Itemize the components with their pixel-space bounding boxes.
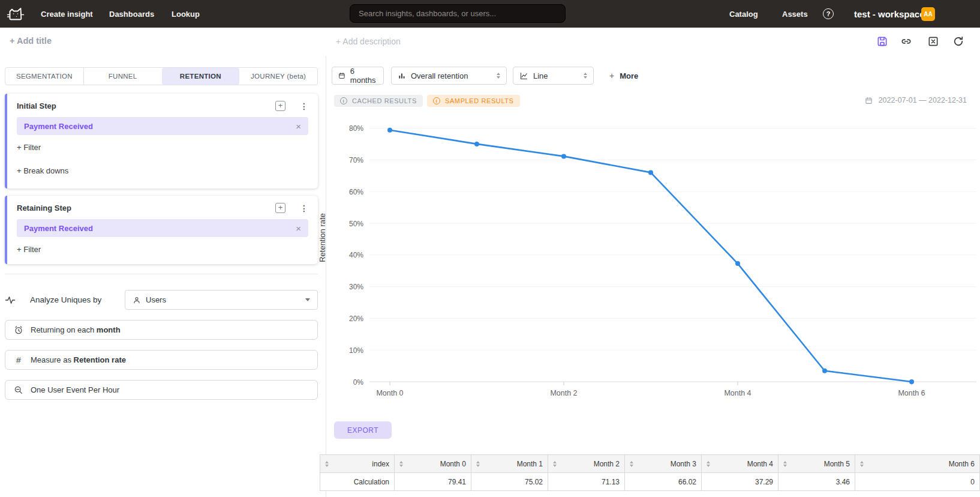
returning-interval-button[interactable]: Returning on each month: [5, 320, 318, 340]
nav-lookup[interactable]: Lookup: [172, 0, 200, 28]
svg-text:20%: 20%: [349, 315, 363, 323]
initial-step-title: Initial Step: [17, 101, 56, 110]
svg-text:0%: 0%: [353, 378, 364, 387]
table-header-row: index Month 0 Month 1 Month 2 Month 3 Mo…: [320, 455, 980, 473]
sort-icon: [476, 461, 480, 467]
cell-month-3: 66.02: [625, 473, 702, 491]
export-button[interactable]: EXPORT: [334, 421, 392, 439]
svg-text:40%: 40%: [349, 251, 363, 259]
col-month-1[interactable]: Month 1: [471, 455, 548, 473]
link-icon[interactable]: [900, 35, 912, 47]
pulse-icon: [5, 295, 16, 306]
measure-as-button[interactable]: # Measure as Retention rate: [5, 350, 318, 370]
svg-text:Month 0: Month 0: [376, 389, 403, 397]
date-range-indicator: 2022-07-01 — 2022-12-31: [865, 96, 967, 104]
cell-month-0: 79.41: [395, 473, 471, 491]
col-month-3[interactable]: Month 3: [625, 455, 702, 473]
col-month-2[interactable]: Month 2: [548, 455, 625, 473]
cell-month-6: 0: [855, 473, 980, 491]
help-icon[interactable]: ?: [823, 8, 834, 19]
info-icon: i: [433, 97, 440, 104]
nav-create-insight[interactable]: Create insight: [41, 0, 93, 28]
tab-segmentation[interactable]: SEGMENTATION: [5, 68, 83, 85]
cell-month-1: 75.02: [471, 473, 548, 491]
col-index[interactable]: index: [320, 455, 395, 473]
initial-step-event[interactable]: Payment Received ×: [17, 117, 308, 135]
tab-journey[interactable]: JOURNEY (beta): [239, 68, 317, 85]
add-filter-button[interactable]: + Filter: [17, 245, 308, 254]
svg-text:30%: 30%: [349, 283, 363, 291]
add-filter-button[interactable]: + Filter: [17, 143, 308, 152]
hash-icon: #: [14, 355, 23, 365]
col-month-5[interactable]: Month 5: [778, 455, 855, 473]
y-axis-label: Retention rate: [318, 213, 327, 262]
add-breakdowns-button[interactable]: + Break downs: [17, 166, 308, 175]
add-title-placeholder[interactable]: + Add title: [10, 36, 52, 46]
sort-icon: [630, 461, 633, 467]
navbar: Create insight Dashboards Lookup Catalog…: [0, 0, 980, 28]
divider: [5, 274, 318, 274]
clear-icon[interactable]: [927, 35, 939, 47]
one-event-per-hour-button[interactable]: One User Event Per Hour: [5, 380, 318, 400]
chart-type-select[interactable]: Line: [513, 67, 594, 85]
svg-text:Month 2: Month 2: [550, 389, 577, 397]
clock-icon: [14, 325, 23, 335]
svg-text:Month 6: Month 6: [898, 389, 925, 397]
table-row: Calculation 79.41 75.02 71.13 66.02 37.2…: [320, 473, 980, 491]
svg-text:10%: 10%: [349, 346, 363, 355]
add-step-icon[interactable]: +: [275, 203, 285, 213]
add-step-icon[interactable]: +: [275, 101, 285, 111]
add-description-placeholder[interactable]: + Add description: [336, 37, 401, 46]
cell-month-4: 37.29: [702, 473, 778, 491]
tab-retention[interactable]: RETENTION: [162, 68, 240, 85]
sort-icon: [399, 461, 403, 467]
sort-icon: [707, 461, 710, 467]
analyze-entity-select[interactable]: Users: [125, 290, 318, 310]
sort-icon: [783, 461, 787, 467]
more-button[interactable]: + More: [609, 67, 638, 85]
workspace-switcher[interactable]: test - workspace: [854, 0, 925, 28]
kebab-menu-icon[interactable]: ⋮: [300, 101, 308, 111]
sort-icon: [553, 461, 557, 467]
col-month-6[interactable]: Month 6: [855, 455, 980, 473]
col-month-4[interactable]: Month 4: [702, 455, 778, 473]
col-month-0[interactable]: Month 0: [395, 455, 471, 473]
select-carets-icon: [497, 73, 500, 79]
info-icon: i: [340, 97, 347, 104]
zoom-out-icon: [14, 385, 23, 395]
line-chart-icon: [519, 71, 528, 80]
svg-text:50%: 50%: [349, 220, 363, 228]
retaining-step-card: Retaining Step + ⋮ Payment Received × + …: [5, 196, 318, 264]
calendar-icon: [338, 71, 345, 80]
results-table: index Month 0 Month 1 Month 2 Month 3 Mo…: [320, 454, 980, 491]
date-range-button[interactable]: 6 months: [332, 67, 384, 85]
refresh-icon[interactable]: [952, 35, 964, 47]
retention-type-select[interactable]: Overall retention: [391, 67, 507, 85]
cell-month-2: 71.13: [548, 473, 625, 491]
nav-dashboards[interactable]: Dashboards: [109, 0, 154, 28]
cell-month-5: 3.46: [778, 473, 855, 491]
retaining-step-event[interactable]: Payment Received ×: [17, 219, 308, 237]
save-icon[interactable]: [876, 35, 888, 47]
analyze-uniques-label: Analyze Uniques by: [30, 295, 101, 304]
nav-assets[interactable]: Assets: [782, 0, 808, 28]
svg-text:80%: 80%: [349, 124, 363, 133]
svg-text:Month 4: Month 4: [724, 389, 751, 397]
sampled-results-badge: i SAMPLED RESULTS: [427, 95, 520, 107]
tab-funnel[interactable]: FUNNEL: [83, 68, 162, 85]
close-icon[interactable]: ×: [296, 121, 301, 131]
svg-text:60%: 60%: [349, 188, 363, 196]
close-icon[interactable]: ×: [296, 223, 301, 233]
kebab-menu-icon[interactable]: ⋮: [300, 203, 308, 213]
initial-step-card: Initial Step + ⋮ Payment Received × + Fi…: [5, 94, 318, 188]
avatar[interactable]: AA: [921, 7, 935, 21]
cached-results-badge: i CACHED RESULTS: [334, 95, 423, 107]
cat-logo-icon[interactable]: [6, 4, 25, 23]
search-input[interactable]: [350, 4, 566, 23]
retaining-step-title: Retaining Step: [17, 203, 71, 212]
retention-line-chart: 0%10%20%30%40%50%60%70%80%Month 0Month 2…: [318, 114, 980, 402]
sort-icon: [860, 461, 864, 467]
nav-catalog[interactable]: Catalog: [729, 0, 758, 28]
svg-text:70%: 70%: [349, 156, 363, 164]
select-carets-icon: [584, 73, 587, 79]
